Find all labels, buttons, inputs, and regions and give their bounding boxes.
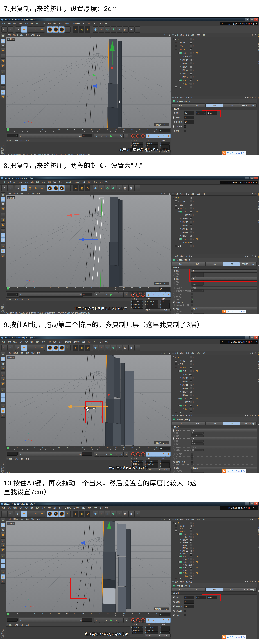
visibility-dots-icon[interactable]: ●● xyxy=(193,374,194,375)
tree-expander[interactable]: − xyxy=(175,86,177,88)
redo-button[interactable]: ↷ xyxy=(7,185,13,191)
viewport-pan-icon[interactable]: ✥ xyxy=(161,352,163,354)
add-generator-button[interactable]: ◍ xyxy=(105,345,110,351)
panel-grip-icon[interactable]: ⠿⠿ xyxy=(172,97,174,98)
attr-tab-2[interactable]: 对象 xyxy=(206,588,223,592)
value-field[interactable]: 1↕ xyxy=(191,440,204,442)
tree-expander[interactable]: − xyxy=(175,530,177,532)
layer-chip-icon[interactable] xyxy=(190,530,192,532)
visibility-dots-icon[interactable]: ●● xyxy=(193,221,194,223)
layer-chip-icon[interactable] xyxy=(190,69,192,71)
keyframe-selection-button[interactable]: ? xyxy=(141,618,145,623)
menu-item[interactable]: 选择 xyxy=(19,22,22,25)
visibility-dots-icon[interactable]: ●● xyxy=(193,391,194,392)
checkbox[interactable]: ✓ xyxy=(191,453,194,455)
tree-row[interactable]: ∿路径 16●●✓ xyxy=(172,383,257,386)
am-expand-icon[interactable]: ⊞ xyxy=(255,414,256,416)
anim-radio-icon[interactable] xyxy=(173,293,175,296)
key-pla-toggle[interactable]: ⠿ xyxy=(166,292,171,297)
current-frame-field[interactable]: 0 F↕ xyxy=(159,287,170,291)
tree-row[interactable]: −挤压●●✓ xyxy=(172,210,257,213)
om-menu-item[interactable]: 文件 xyxy=(175,34,178,36)
tree-expander[interactable]: − xyxy=(175,42,177,44)
viewport-menu-item[interactable]: 选项 xyxy=(26,34,29,36)
ime-moon-icon[interactable]: ☾ xyxy=(230,636,231,638)
viewport-menu-item[interactable]: 面板 xyxy=(37,518,40,520)
render-settings-button[interactable]: ⚙ xyxy=(85,345,90,351)
menu-item[interactable]: 帮助 xyxy=(105,181,108,183)
pos-field[interactable]: 9.765 cm↕ xyxy=(132,460,143,462)
live-selection-button[interactable]: ➤ xyxy=(15,511,21,517)
tree-row[interactable]: ∿路径 27●●✓ xyxy=(172,552,257,555)
keyframe-selection-button[interactable]: ? xyxy=(141,134,145,138)
extrude-tag-icon[interactable] xyxy=(197,404,199,406)
viewport-pan-icon[interactable]: ✥ xyxy=(161,518,163,520)
menu-item[interactable]: 创建 xyxy=(13,181,16,183)
menu-item[interactable]: 窗口 xyxy=(99,507,103,509)
layer-chip-icon[interactable] xyxy=(190,224,192,226)
ime-skin-icon[interactable]: ✚ xyxy=(241,152,243,154)
layer-chip-icon[interactable] xyxy=(190,561,192,563)
menu-item[interactable]: 雕刻 xyxy=(59,181,62,183)
tree-row[interactable]: ∿路径 15●●✓ xyxy=(172,380,257,383)
material-menu-item[interactable]: 编辑 xyxy=(15,458,18,460)
anim-radio-icon[interactable] xyxy=(173,296,175,298)
rec-screenshot-icon[interactable]: ▣ xyxy=(253,23,255,25)
render-picture-button[interactable]: ▣ xyxy=(79,26,84,32)
enabled-check-icon[interactable]: ✓ xyxy=(194,235,196,236)
rot-field[interactable]: 0 °↕ xyxy=(161,142,170,144)
viewport-solo-mode-button[interactable]: ⌖ xyxy=(1,74,5,79)
add-mograph-button[interactable]: ✽ xyxy=(111,345,116,351)
enabled-check-icon[interactable]: ✓ xyxy=(194,539,196,541)
current-frame-field[interactable]: 0 F↕ xyxy=(159,447,170,450)
checkbox[interactable] xyxy=(191,304,194,306)
last-tool-button[interactable]: ✥ xyxy=(39,511,45,517)
add-floor-button[interactable]: ▤ xyxy=(123,345,128,351)
edges-mode-button[interactable]: ◪ xyxy=(1,543,5,548)
anim-radio-icon[interactable] xyxy=(173,467,175,469)
am-back-icon[interactable]: ◀ xyxy=(245,414,246,416)
layer-chip-icon[interactable] xyxy=(190,552,192,554)
add-floor-button[interactable]: ▤ xyxy=(123,26,128,32)
menu-item[interactable]: 帮助 xyxy=(105,340,108,343)
rec-close-icon[interactable]: ✕ xyxy=(256,341,257,343)
add-floor-button[interactable]: ▤ xyxy=(123,185,128,191)
visibility-dots-icon[interactable]: ●● xyxy=(193,534,194,535)
am-menu-item[interactable]: 用户数据 xyxy=(186,96,192,98)
rec-close-icon[interactable]: ✕ xyxy=(256,182,257,183)
tree-row[interactable]: −Lº疯狂记忆●● xyxy=(172,48,257,51)
ime-mic-icon[interactable]: ♪ xyxy=(234,152,235,154)
visibility-dots-icon[interactable]: ●● xyxy=(193,356,194,358)
record-keyframe-button[interactable]: ✱ xyxy=(131,134,136,138)
side-tab-objects[interactable]: 对象 xyxy=(257,518,259,522)
frame-start-field[interactable]: 0 F↕ xyxy=(7,134,17,137)
layer-chip-icon[interactable] xyxy=(190,59,192,61)
rot-field[interactable]: 0 °↕ xyxy=(161,303,170,306)
tree-row[interactable]: ∿疯狂记忆●●✓ xyxy=(172,54,257,58)
om-menu-item[interactable]: 标签 xyxy=(197,352,200,354)
viewport[interactable]: YXZ 透视视图 网格间距 : 100 cm xyxy=(6,521,171,612)
key-position-toggle[interactable]: ✥ xyxy=(146,452,151,456)
ime-mic-icon[interactable]: ♪ xyxy=(234,310,235,312)
rec-pause-icon[interactable]: ▮▮ xyxy=(248,341,250,343)
viewport-menu-item[interactable]: 选项 xyxy=(26,352,29,354)
visibility-dots-icon[interactable]: ●● xyxy=(193,42,194,43)
anim-radio-icon[interactable] xyxy=(173,270,175,272)
go-to-start-button[interactable]: « xyxy=(94,618,99,623)
timeline-ruler[interactable]: 0510152025303540455055606570758085900 F↕ xyxy=(6,446,171,451)
visibility-dots-icon[interactable]: ●● xyxy=(193,214,194,216)
keyframe-selection-button[interactable]: ? xyxy=(141,292,145,297)
checkbox[interactable] xyxy=(191,296,194,298)
layer-chip-icon[interactable] xyxy=(190,550,192,552)
enabled-check-icon[interactable]: ✓ xyxy=(194,224,196,226)
menu-item[interactable]: 运动跟踪 xyxy=(65,22,71,25)
frame-end-field[interactable]: 90 F↕ xyxy=(82,452,92,456)
attr-tab-3[interactable]: 封顶 xyxy=(223,588,240,592)
simulation-mode-button[interactable]: S xyxy=(1,398,5,402)
panel-grip-icon[interactable]: ⠿⠿ xyxy=(172,518,174,520)
enabled-check-icon[interactable]: ✓ xyxy=(194,570,196,571)
tree-row[interactable]: −Lº疯狂记忆●● xyxy=(172,366,257,369)
render-view-button[interactable]: ▶ xyxy=(73,26,78,32)
checkbox[interactable] xyxy=(191,470,194,472)
menu-item[interactable]: 脚本 xyxy=(94,181,97,183)
